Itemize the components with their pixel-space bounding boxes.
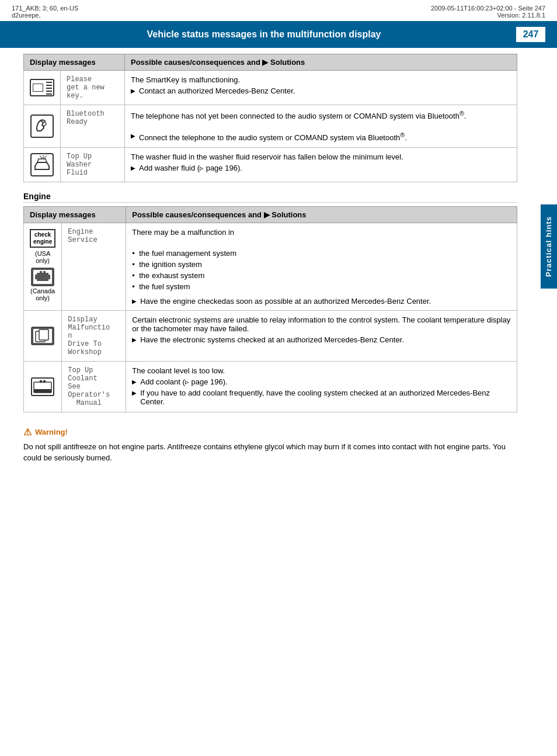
warning-icon: ⚠	[23, 426, 32, 438]
check-engine-box: checkengine	[30, 229, 55, 248]
list-item: the exhaust system	[132, 270, 511, 281]
meta-header: 171_AKB; 3; 60, en-USd2ureepe, 2009-05-1…	[0, 0, 557, 21]
solution-washer: Add washer fluid (▹ page 196).	[131, 164, 511, 172]
svg-rect-15	[37, 273, 48, 281]
solution-bluetooth: Connect the telephone to the audio syste…	[131, 131, 511, 142]
list-item: the fuel system	[132, 281, 511, 292]
svg-rect-18	[40, 271, 42, 274]
display-msg-display-malfunction: DisplayMalfunctionDrive ToWorkshop	[62, 310, 126, 361]
display-msg-coolant: Top UpCoolantSeeOperator's Manual	[62, 361, 126, 412]
svg-rect-17	[47, 275, 50, 279]
icon-cell-coolant	[24, 361, 62, 412]
engine-section-heading: Engine	[23, 192, 517, 203]
display-msg-washer: Top UpWasherFluid	[61, 147, 125, 182]
solution-coolant-1: Add coolant (▹ page 196).	[132, 377, 511, 386]
table2-header-col1: Display messages	[24, 206, 126, 223]
solution-smartkey: Contact an authorized Mercedes-Benz Cent…	[131, 86, 511, 95]
table1-header-col1: Display messages	[24, 54, 125, 71]
display-msg-engine: EngineService	[62, 223, 126, 310]
icon-cell-smartkey	[24, 71, 61, 105]
causes-smartkey: The SmartKey is malfunctioning. Contact …	[125, 71, 517, 105]
table1-header-col2: Possible causes/consequences and ▶ Solut…	[125, 54, 517, 71]
table2-header-col2: Possible causes/consequences and ▶ Solut…	[126, 206, 517, 223]
causes-bluetooth: The telephone has not yet been connected…	[125, 105, 517, 148]
svg-rect-27	[40, 380, 42, 383]
bluetooth-icon	[30, 115, 54, 138]
main-content: Display messages Possible causes/consequ…	[0, 48, 541, 478]
icon-cell-bluetooth	[24, 105, 61, 148]
page-title-bar: Vehicle status messages in the multifunc…	[0, 21, 557, 48]
list-item: the fuel management system	[132, 248, 511, 259]
list-item: the ignition system	[132, 259, 511, 270]
table-row: checkengine (USA only) (Canadaon	[24, 223, 517, 310]
page-title: Vehicle status messages in the multifunc…	[12, 29, 516, 40]
svg-rect-16	[35, 275, 38, 279]
icon-cell-washer	[24, 147, 61, 182]
engine-canada-icon	[31, 268, 54, 286]
solution-engine: Have the engine checkedas soon as possib…	[132, 297, 511, 306]
display-malfunction-icon	[31, 327, 54, 345]
table-row: Top UpWasherFluid The washer fluid in th…	[24, 147, 517, 182]
warning-title: ⚠ Warning!	[23, 426, 517, 438]
warning-box: ⚠ Warning! Do not spill antifreeze on ho…	[23, 424, 517, 466]
page-number: 247	[516, 27, 545, 42]
icon-cell-engine: checkengine (USA only) (Canadaon	[24, 223, 62, 310]
causes-display-malfunction: Certain electronic systems are unable to…	[126, 310, 517, 361]
canada-only-label: (Canadaonly)	[30, 287, 55, 301]
right-tab: Practical hints	[541, 204, 557, 289]
svg-rect-19	[43, 271, 46, 274]
causes-engine: There may be a malfunction in the fuel m…	[126, 223, 517, 310]
solution-coolant-2: If you have to add coolant frequently, h…	[132, 389, 511, 406]
display-msg-smartkey: Pleaseget a newkey.	[61, 71, 125, 105]
causes-washer: The washer fluid in the washer fluid res…	[125, 147, 517, 182]
causes-coolant: The coolant level is too low. Add coolan…	[126, 361, 517, 412]
table-row: Top UpCoolantSeeOperator's Manual The co…	[24, 361, 517, 412]
coolant-icon	[31, 377, 54, 396]
washer-fluid-icon	[30, 153, 54, 176]
smartkey-icon	[30, 79, 54, 96]
warning-text: Do not spill antifreeze on hot engine pa…	[23, 441, 517, 464]
table-row: Pleaseget a newkey. The SmartKey is malf…	[24, 71, 517, 105]
svg-rect-9	[31, 154, 53, 176]
svg-rect-8	[31, 115, 53, 137]
svg-rect-2	[33, 84, 43, 91]
svg-rect-28	[43, 380, 46, 383]
meta-right: 2009-05-11T16:00:23+02:00 - Seite 247Ver…	[431, 5, 545, 19]
solution-display-malfunction: Have the electronic systems checked at a…	[132, 335, 511, 344]
display-msg-bluetooth: BluetoothReady	[61, 105, 125, 148]
usa-only-label: (USA only)	[30, 250, 55, 264]
table-row: DisplayMalfunctionDrive ToWorkshop Certa…	[24, 310, 517, 361]
icon-cell-display-malfunction	[24, 310, 62, 361]
engine-bullet-list: the fuel management system the ignition …	[132, 245, 511, 294]
table-row: BluetoothReady The telephone has not yet…	[24, 105, 517, 148]
svg-rect-26	[34, 389, 51, 393]
table-display-messages: Display messages Possible causes/consequ…	[23, 54, 517, 182]
meta-left: 171_AKB; 3; 60, en-USd2ureepe,	[12, 5, 78, 19]
warning-title-text: Warning!	[35, 428, 68, 436]
svg-rect-23	[39, 330, 48, 340]
table-engine-messages: Display messages Possible causes/consequ…	[23, 206, 517, 412]
